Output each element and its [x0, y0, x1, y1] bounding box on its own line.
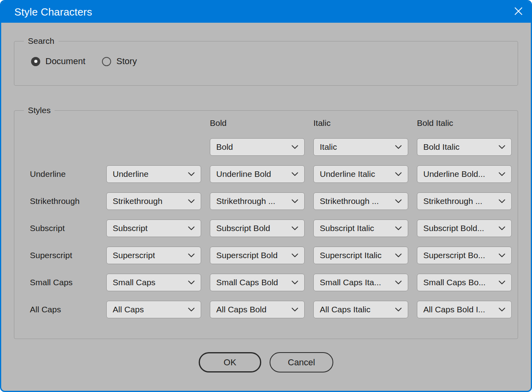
select-value: Italic — [320, 142, 337, 152]
select-strikethrough-bold[interactable]: Strikethrough ... — [210, 192, 305, 210]
select-value: Subscript Bold — [216, 223, 270, 233]
row-label-superscript: Superscript — [30, 251, 98, 260]
dialog-body: Search Document Story Styles Bold Italic — [1, 23, 531, 391]
select-value: Small Caps — [113, 278, 155, 287]
chevron-down-icon — [291, 280, 298, 285]
styles-group: Styles Bold Italic Bold Italic Bold Ital… — [14, 106, 518, 339]
close-icon — [514, 6, 523, 18]
radio-document-circle[interactable] — [31, 57, 40, 66]
row-label-subscript: Subscript — [30, 223, 98, 233]
row-label-underline: Underline — [30, 169, 98, 179]
chevron-down-icon — [291, 199, 298, 204]
select-small-caps-bold-italic[interactable]: Small Caps Bo... — [417, 274, 512, 291]
select-subscript-bold[interactable]: Subscript Bold — [210, 220, 305, 237]
chevron-down-icon — [188, 226, 195, 231]
chevron-down-icon — [395, 253, 402, 258]
dialog-title: Style Characters — [14, 6, 92, 18]
chevron-down-icon — [499, 308, 505, 312]
styles-grid: Bold Italic Bold Italic Bold Italic Bold… — [14, 115, 518, 318]
select-subscript-italic[interactable]: Subscript Italic — [313, 220, 408, 237]
select-superscript-bold-italic[interactable]: Superscript Bo... — [417, 247, 512, 264]
search-group-label: Search — [24, 36, 59, 46]
select-underline-bold-italic[interactable]: Underline Bold... — [417, 165, 512, 183]
select-value: Small Caps Bo... — [423, 278, 485, 287]
chevron-down-icon — [395, 226, 402, 231]
chevron-down-icon — [188, 308, 195, 312]
styles-group-label: Styles — [24, 106, 55, 115]
select-subscript-regular[interactable]: Subscript — [106, 220, 201, 237]
chevron-down-icon — [499, 172, 505, 176]
chevron-down-icon — [395, 308, 402, 312]
radio-story-label: Story — [116, 56, 137, 67]
chevron-down-icon — [395, 145, 402, 149]
select-underline-regular[interactable]: Underline — [106, 165, 201, 183]
ok-button[interactable]: OK — [199, 352, 261, 372]
chevron-down-icon — [395, 172, 402, 176]
chevron-down-icon — [499, 280, 505, 285]
chevron-down-icon — [291, 145, 298, 149]
chevron-down-icon — [291, 253, 298, 258]
select-strikethrough-bold-italic[interactable]: Strikethrough ... — [417, 192, 512, 210]
select-small-caps-regular[interactable]: Small Caps — [106, 274, 201, 291]
column-header-bold: Bold — [210, 118, 305, 129]
select-superscript-regular[interactable]: Superscript — [106, 247, 201, 264]
select-superscript-italic[interactable]: Superscript Italic — [313, 247, 408, 264]
select-value: Subscript — [113, 223, 148, 233]
style-characters-dialog: Style Characters Search Document Story — [0, 0, 532, 392]
radio-document-label: Document — [45, 56, 85, 67]
select-all-caps-bold[interactable]: All Caps Bold — [210, 301, 305, 318]
select-underline-italic[interactable]: Underline Italic — [313, 165, 408, 183]
chevron-down-icon — [291, 308, 298, 312]
chevron-down-icon — [395, 199, 402, 204]
select-base-italic[interactable]: Italic — [313, 138, 408, 156]
select-value: All Caps — [113, 305, 144, 314]
select-all-caps-regular[interactable]: All Caps — [106, 301, 201, 318]
select-value: Underline — [113, 169, 149, 179]
select-small-caps-italic[interactable]: Small Caps Ita... — [313, 274, 408, 291]
radio-story[interactable]: Story — [102, 56, 137, 67]
select-value: Underline Bold — [216, 169, 271, 179]
dialog-footer: OK Cancel — [14, 352, 518, 372]
select-value: Superscript Italic — [320, 251, 381, 260]
select-value: Bold Italic — [423, 142, 460, 152]
select-underline-bold[interactable]: Underline Bold — [210, 165, 305, 183]
cancel-button[interactable]: Cancel — [270, 352, 333, 372]
select-subscript-bold-italic[interactable]: Subscript Bold... — [417, 220, 512, 237]
column-header-bold-italic: Bold Italic — [417, 118, 512, 129]
select-strikethrough-regular[interactable]: Strikethrough — [106, 192, 201, 210]
row-label-small-caps: Small Caps — [30, 278, 98, 287]
titlebar: Style Characters — [1, 1, 531, 23]
chevron-down-icon — [291, 172, 298, 176]
select-value: All Caps Bold — [216, 305, 266, 314]
chevron-down-icon — [188, 280, 195, 285]
select-value: Underline Bold... — [423, 169, 485, 179]
chevron-down-icon — [499, 226, 505, 231]
chevron-down-icon — [499, 199, 505, 204]
search-group: Search Document Story — [14, 36, 518, 86]
select-value: Strikethrough ... — [320, 196, 379, 206]
chevron-down-icon — [499, 253, 505, 258]
select-value: Subscript Italic — [320, 223, 374, 233]
select-small-caps-bold[interactable]: Small Caps Bold — [210, 274, 305, 291]
select-value: Superscript — [113, 251, 155, 260]
select-value: Small Caps Ita... — [320, 278, 381, 287]
chevron-down-icon — [291, 226, 298, 231]
select-all-caps-bold-italic[interactable]: All Caps Bold I... — [417, 301, 512, 318]
select-value: Strikethrough ... — [216, 196, 275, 206]
select-value: Superscript Bo... — [423, 251, 485, 260]
select-value: Underline Italic — [320, 169, 375, 179]
chevron-down-icon — [188, 172, 195, 176]
select-superscript-bold[interactable]: Superscript Bold — [210, 247, 305, 264]
radio-story-circle[interactable] — [102, 57, 111, 66]
select-value: Subscript Bold... — [423, 223, 484, 233]
radio-document[interactable]: Document — [31, 56, 85, 67]
close-button[interactable] — [506, 1, 531, 23]
select-value: Superscript Bold — [216, 251, 278, 260]
select-all-caps-italic[interactable]: All Caps Italic — [313, 301, 408, 318]
select-base-bold-italic[interactable]: Bold Italic — [417, 138, 512, 156]
select-strikethrough-italic[interactable]: Strikethrough ... — [313, 192, 408, 210]
column-header-italic: Italic — [313, 118, 408, 129]
select-value: All Caps Bold I... — [423, 305, 485, 314]
chevron-down-icon — [188, 253, 195, 258]
select-base-bold[interactable]: Bold — [210, 138, 305, 156]
